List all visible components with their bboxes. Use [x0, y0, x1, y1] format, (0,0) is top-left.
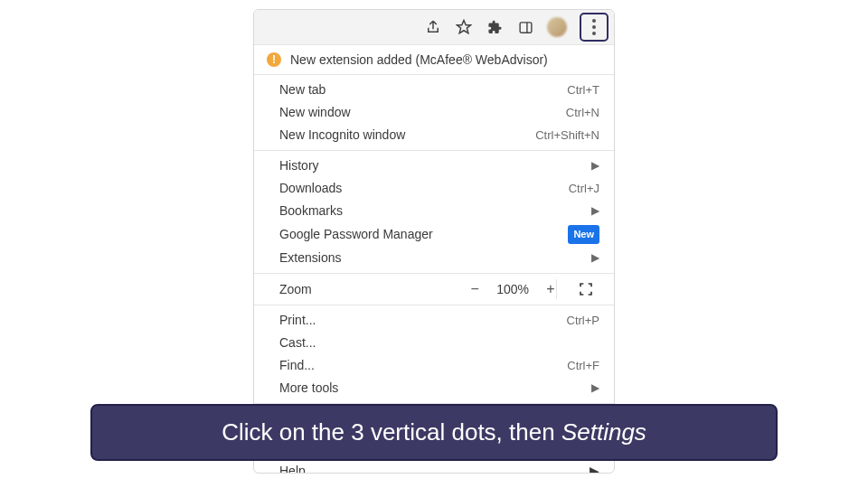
menu-label: New Incognito window: [279, 127, 535, 144]
instruction-caption: Click on the 3 vertical dots, then Setti…: [90, 404, 778, 461]
menu-cast[interactable]: Cast...: [254, 332, 614, 354]
banner-text: New extension added (McAfee® WebAdvisor): [290, 52, 548, 67]
menu-new-window[interactable]: New window Ctrl+N: [254, 101, 614, 124]
share-icon[interactable]: [424, 18, 442, 36]
menu-shortcut: Ctrl+T: [567, 81, 599, 99]
menu-more-tools[interactable]: More tools ▶: [254, 377, 614, 399]
menu-bookmarks[interactable]: Bookmarks ▶: [254, 200, 614, 222]
caption-prefix: Click on the 3 vertical dots, then: [222, 418, 561, 446]
menu-label: New tab: [279, 81, 567, 99]
submenu-arrow-icon: ▶: [590, 464, 599, 473]
menu-label: Help: [279, 464, 590, 473]
menu-label: Extensions: [279, 249, 591, 267]
menu-shortcut: Ctrl+J: [569, 180, 599, 197]
bookmark-star-icon[interactable]: [455, 18, 473, 36]
profile-avatar[interactable]: [547, 17, 567, 37]
menu-shortcut: Ctrl+F: [567, 357, 599, 374]
sidepanel-icon[interactable]: [516, 18, 534, 36]
menu-label: Google Password Manager: [279, 226, 559, 243]
new-badge: New: [568, 225, 599, 244]
zoom-value: 100%: [496, 282, 529, 296]
menu-zoom: Zoom − 100% +: [254, 274, 614, 305]
menu-label: Bookmarks: [279, 202, 591, 220]
menu-group-new: New tab Ctrl+T New window Ctrl+N New Inc…: [254, 75, 614, 151]
warning-icon: !: [267, 52, 281, 67]
menu-label: Print...: [279, 312, 567, 329]
menu-label: New window: [279, 104, 566, 121]
menu-label: Downloads: [279, 180, 569, 197]
menu-group-tools: Print... Ctrl+P Cast... Find... Ctrl+F M…: [254, 305, 614, 404]
menu-help[interactable]: Help ▶: [254, 462, 614, 473]
menu-history[interactable]: History ▶: [254, 155, 614, 177]
menu-downloads[interactable]: Downloads Ctrl+J: [254, 177, 614, 200]
menu-zoom-group: Zoom − 100% +: [254, 274, 614, 305]
menu-password-manager[interactable]: Google Password Manager New: [254, 222, 614, 247]
fullscreen-icon[interactable]: [556, 279, 601, 299]
zoom-out-button[interactable]: −: [469, 281, 480, 297]
submenu-arrow-icon: ▶: [591, 380, 599, 397]
svg-rect-1: [520, 22, 532, 32]
submenu-arrow-icon: ▶: [591, 249, 599, 267]
zoom-label: Zoom: [279, 282, 469, 296]
menu-print[interactable]: Print... Ctrl+P: [254, 309, 614, 332]
extension-added-banner: ! New extension added (McAfee® WebAdviso…: [254, 45, 614, 75]
kebab-menu-button[interactable]: [580, 13, 609, 42]
menu-new-tab[interactable]: New tab Ctrl+T: [254, 79, 614, 101]
submenu-arrow-icon: ▶: [591, 202, 599, 220]
menu-label: History: [279, 157, 591, 174]
browser-toolbar: [254, 10, 614, 45]
zoom-in-button[interactable]: +: [545, 281, 556, 297]
extensions-puzzle-icon[interactable]: [486, 18, 504, 36]
menu-shortcut: Ctrl+N: [566, 104, 599, 121]
caption-emphasis: Settings: [561, 418, 646, 446]
menu-shortcut: Ctrl+Shift+N: [535, 127, 599, 144]
menu-label: Find...: [279, 357, 567, 374]
menu-extensions[interactable]: Extensions ▶: [254, 247, 614, 269]
submenu-arrow-icon: ▶: [591, 157, 599, 174]
menu-label: Cast...: [279, 334, 599, 352]
menu-new-incognito[interactable]: New Incognito window Ctrl+Shift+N: [254, 124, 614, 146]
svg-marker-0: [458, 21, 471, 33]
menu-group-nav: History ▶ Downloads Ctrl+J Bookmarks ▶ G…: [254, 151, 614, 274]
menu-find[interactable]: Find... Ctrl+F: [254, 354, 614, 377]
menu-shortcut: Ctrl+P: [567, 312, 599, 329]
menu-label: More tools: [279, 380, 591, 397]
